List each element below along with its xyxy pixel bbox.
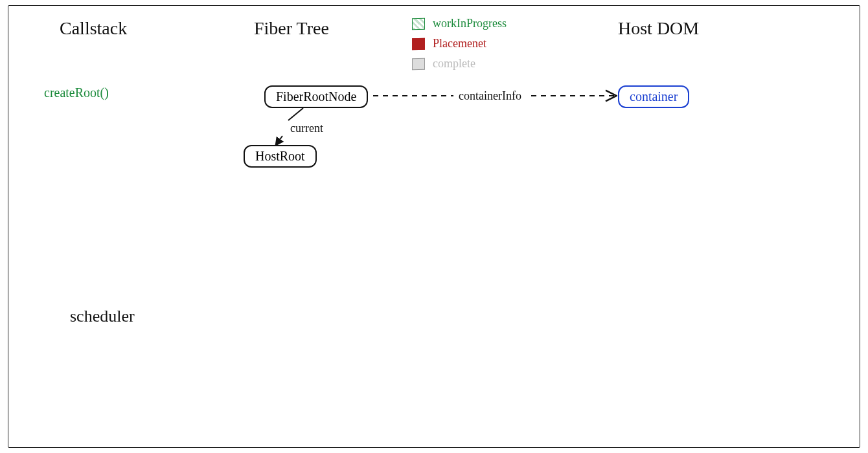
legend-label: workInProgress (433, 17, 507, 30)
node-host-root: HostRoot (244, 145, 317, 168)
legend-label: Placemenet (433, 37, 486, 50)
heading-callstack: Callstack (60, 18, 127, 39)
heading-fiber-tree: Fiber Tree (254, 18, 329, 39)
diagram-canvas (8, 5, 860, 448)
callstack-item: createRoot() (44, 85, 109, 100)
legend: workInProgress Placemenet complete (412, 17, 507, 71)
legend-item-complete: complete (412, 57, 507, 71)
legend-item-wip: workInProgress (412, 17, 507, 30)
heading-host-dom: Host DOM (618, 18, 699, 39)
gray-swatch-icon (412, 58, 425, 70)
legend-label: complete (433, 57, 475, 71)
legend-item-placement: Placemenet (412, 37, 507, 50)
solid-swatch-icon (412, 38, 425, 50)
node-container: container (618, 85, 689, 108)
heading-scheduler: scheduler (70, 307, 135, 326)
edge-label-current: current (288, 122, 326, 135)
edge-label-container-info: containerInfo (456, 89, 524, 103)
hatch-swatch-icon (412, 17, 425, 30)
node-fiber-root: FiberRootNode (264, 85, 368, 108)
